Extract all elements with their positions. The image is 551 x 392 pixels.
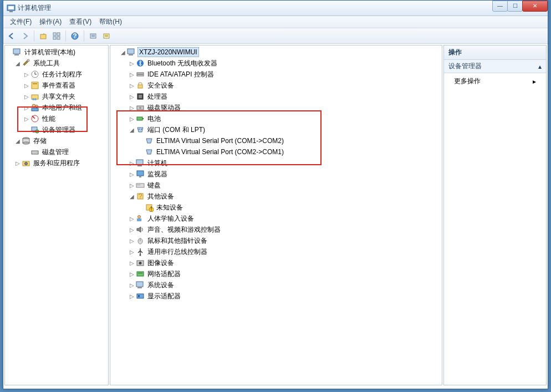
properties-button[interactable] (50, 30, 63, 42)
device-port-com1[interactable]: ELTIMA Virtual Serial Port (COM1->COM2) (110, 135, 442, 146)
app-icon (7, 4, 16, 13)
actions-section-label: 设备管理器 (448, 62, 482, 71)
tree-storage[interactable]: ◢存储 (5, 135, 108, 146)
svg-rect-11 (91, 35, 95, 35)
left-tree: 计算机管理(本地) ◢系统工具 ▷任务计划程序 ▷事件查看器 ▷共享文件夹 ▷本… (5, 45, 108, 170)
tree-local-users[interactable]: ▷本地用户和组 (5, 102, 108, 113)
device-security[interactable]: ▷安全设备 (110, 80, 442, 91)
collapse-icon[interactable]: ◢ (119, 49, 127, 55)
tree-system-tools[interactable]: ◢系统工具 (5, 58, 108, 69)
tree-task-scheduler[interactable]: ▷任务计划程序 (5, 69, 108, 80)
device-system[interactable]: ▷系统设备 (110, 279, 442, 291)
svg-point-31 (35, 130, 39, 133)
collapse-icon[interactable]: ◢ (128, 194, 136, 200)
help-button[interactable]: ? (69, 30, 81, 42)
device-unknown[interactable]: !未知设备 (110, 202, 442, 213)
up-button[interactable] (37, 30, 49, 42)
device-computer[interactable]: ▷计算机 (110, 157, 442, 169)
expand-icon[interactable]: ▷ (128, 116, 136, 122)
svg-rect-40 (129, 54, 133, 55)
actions-section[interactable]: 设备管理器 ▴ (444, 60, 546, 73)
device-bluetooth[interactable]: ▷Bluetooth 无线电收发器 (110, 58, 442, 69)
expand-icon[interactable]: ▷ (128, 160, 136, 166)
actions-header: 操作 (444, 45, 546, 60)
device-hid[interactable]: ▷人体学输入设备 (110, 213, 442, 224)
menu-help[interactable]: 帮助(H) (96, 16, 125, 28)
battery-icon (136, 114, 145, 123)
expand-icon[interactable]: ▷ (128, 72, 136, 78)
expand-icon[interactable]: ▷ (23, 116, 30, 122)
hid-icon (136, 214, 145, 223)
expand-icon[interactable]: ▷ (128, 60, 136, 67)
expand-icon[interactable]: ▷ (14, 160, 22, 166)
device-display[interactable]: ▷显示适配器 (110, 291, 442, 302)
device-other[interactable]: ◢?其他设备 (110, 191, 442, 202)
menu-file[interactable]: 文件(F) (7, 16, 35, 28)
svg-rect-43 (137, 74, 143, 75)
tree-disk-mgmt[interactable]: 磁盘管理 (5, 146, 108, 157)
expand-icon[interactable]: ▷ (23, 72, 30, 78)
expand-icon[interactable]: ▷ (128, 227, 136, 233)
tree-services-apps[interactable]: ▷服务和应用程序 (5, 157, 108, 169)
tree-shared-folders[interactable]: ▷共享文件夹 (5, 91, 108, 102)
storage-icon (22, 136, 30, 145)
expand-icon[interactable]: ▷ (23, 105, 30, 111)
pc-icon (136, 159, 145, 167)
expand-icon[interactable]: ▷ (128, 293, 136, 299)
svg-point-66 (138, 216, 141, 218)
view-devices-button[interactable] (87, 30, 99, 42)
device-monitor[interactable]: ▷监视器 (110, 169, 442, 180)
device-disk-drives[interactable]: ▷磁盘驱动器 (110, 102, 442, 113)
minimize-button[interactable]: — (492, 1, 508, 12)
view-resources-button[interactable] (100, 30, 113, 42)
device-port-com2[interactable]: ELTIMA Virtual Serial Port (COM2->COM1) (110, 146, 442, 157)
device-ide[interactable]: ▷IDE ATA/ATAPI 控制器 (110, 69, 442, 80)
submenu-arrow-icon: ▸ (533, 78, 536, 85)
device-sound[interactable]: ▷声音、视频和游戏控制器 (110, 224, 442, 235)
expand-icon[interactable]: ▷ (128, 249, 136, 255)
expand-icon[interactable]: ▷ (128, 105, 136, 111)
svg-rect-14 (105, 35, 108, 35)
more-actions-item[interactable]: 更多操作 ▸ (444, 73, 546, 89)
tree-device-manager[interactable]: 设备管理器 (5, 124, 108, 135)
expand-icon[interactable]: ▷ (23, 83, 30, 89)
close-button[interactable]: ✕ (522, 1, 548, 12)
menu-view[interactable]: 查看(V) (66, 16, 95, 28)
expand-icon[interactable]: ▷ (128, 271, 136, 277)
collapse-icon[interactable]: ◢ (128, 127, 136, 133)
keyboard-icon (136, 181, 145, 190)
expand-icon[interactable]: ▷ (128, 238, 136, 244)
device-network[interactable]: ▷网络适配器 (110, 268, 442, 279)
expand-icon[interactable]: ▷ (23, 94, 30, 100)
expand-icon[interactable]: ▷ (128, 182, 136, 189)
expand-icon[interactable]: ▷ (128, 171, 136, 177)
back-button[interactable] (6, 30, 18, 42)
expand-icon[interactable]: ▷ (128, 94, 136, 100)
tree-performance[interactable]: ▷性能 (5, 113, 108, 124)
device-imaging[interactable]: ▷图像设备 (110, 257, 442, 268)
ide-icon (136, 70, 145, 79)
more-actions-label: 更多操作 (454, 77, 481, 86)
tree-root-local[interactable]: 计算机管理(本地) (5, 47, 108, 58)
svg-rect-44 (138, 85, 142, 88)
tree-event-viewer[interactable]: ▷事件查看器 (5, 80, 108, 91)
expand-icon[interactable]: ▷ (128, 83, 136, 89)
expand-icon[interactable]: ▷ (128, 260, 136, 266)
collapse-icon[interactable]: ◢ (14, 60, 22, 67)
forward-button[interactable] (19, 30, 31, 42)
menu-action[interactable]: 操作(A) (36, 16, 65, 28)
expand-icon[interactable]: ▷ (128, 282, 136, 288)
device-usb[interactable]: ▷通用串行总线控制器 (110, 246, 442, 257)
device-ports[interactable]: ◢端口 (COM 和 LPT) (110, 124, 442, 135)
device-cpu[interactable]: ▷处理器 (110, 91, 442, 102)
device-mouse[interactable]: ▷鼠标和其他指针设备 (110, 235, 442, 246)
svg-rect-73 (137, 272, 144, 276)
svg-rect-3 (40, 34, 46, 39)
device-keyboard[interactable]: ▷键盘 (110, 180, 442, 191)
maximize-button[interactable]: ☐ (507, 1, 523, 12)
device-battery[interactable]: ▷电池 (110, 113, 442, 124)
collapse-icon[interactable]: ◢ (14, 138, 22, 144)
device-root[interactable]: ◢XTZJ-2020NWIMUI (110, 47, 442, 58)
expand-icon[interactable]: ▷ (128, 216, 136, 222)
network-icon (136, 269, 145, 278)
